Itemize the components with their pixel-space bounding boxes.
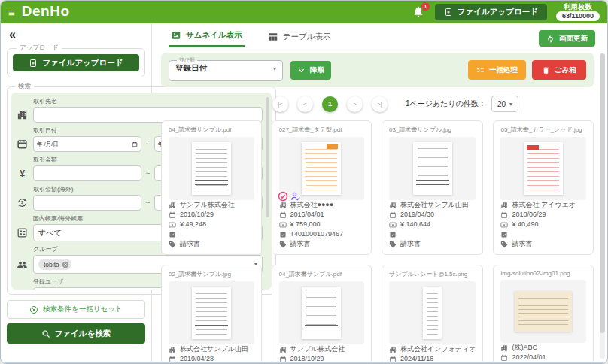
pagination-next-button[interactable]: > (347, 96, 363, 112)
tag-icon (500, 241, 508, 248)
header-file-upload-button[interactable]: ファイルアップロード (435, 4, 547, 20)
card-filename: 04_請求書サンプル.pdf (169, 126, 254, 134)
per-page-select[interactable]: 20 ▾ (491, 96, 518, 112)
banknote-icon (389, 221, 397, 229)
file-upload-icon (29, 59, 38, 68)
sort-descending-button[interactable]: 降順 (290, 61, 331, 80)
main-scrollbar[interactable] (600, 53, 605, 359)
calendar-icon (279, 356, 287, 363)
sort-order-field: 並び順 登録日付 ▾ (169, 56, 283, 81)
card-filename: 04_請求書サンプル.pdf (279, 270, 365, 278)
pagination-first-button[interactable]: |< (272, 96, 288, 112)
building-icon (500, 344, 508, 352)
tab-thumbnail-view[interactable]: サムネイル表示 (169, 31, 245, 47)
denho-app-window: ≡ DenHo 1 ファイルアップロード 利用枚数 63/110000 « アッ… (0, 0, 608, 364)
document-card[interactable]: 05_請求書_カラー_レッド.jpg 株式会社 アイウエオ 2018/06/29… (493, 120, 594, 255)
card-company-row: 株式会社サンプル山田 (169, 344, 254, 354)
refresh-icon (546, 35, 555, 43)
document-preview (515, 291, 572, 332)
chevron-down-icon: ▾ (509, 101, 512, 108)
document-preview (524, 142, 563, 195)
hamburger-menu-icon[interactable]: ≡ (8, 7, 15, 18)
card-amount-row: ¥ 140,644 (389, 220, 476, 229)
tag-icon (279, 241, 287, 248)
batch-process-button[interactable]: 一括処理 (468, 60, 526, 80)
document-preview (192, 142, 231, 195)
group-label: グループ (33, 245, 58, 253)
pagination-page-1-button[interactable]: 1 (322, 96, 338, 112)
pagination-last-button[interactable]: >| (372, 96, 388, 112)
building-icon (169, 346, 176, 353)
document-card[interactable]: サンプルレシート@1.5x.png 株式会社インフォディオ 2024/11/18… (382, 265, 483, 364)
search-files-button[interactable]: ファイルを検索 (7, 323, 145, 344)
card-thumbnail[interactable] (389, 281, 476, 344)
usage-value: 63/110000 (556, 11, 600, 20)
card-company-row: サンプル株式会社 (279, 344, 365, 354)
main-content: サムネイル表示 テーブル表示 画面更新 並び順 登録日付 ▾ (152, 23, 607, 364)
card-thumbnail[interactable] (389, 137, 476, 200)
group-chip[interactable]: tobita (38, 259, 71, 270)
card-filename: img-solution02-img01.png (500, 270, 586, 277)
card-company-row: 株式会社インフォディオ (389, 344, 476, 354)
document-card[interactable]: 04_請求書サンプル.pdf サンプル株式会社 2018/10/29 ¥ 49,… (161, 120, 262, 255)
card-date-row: 2018/10/29 (279, 354, 365, 364)
reset-search-conditions-button[interactable]: 検索条件を一括リセット (7, 300, 145, 319)
reset-circle-x-icon (29, 305, 38, 314)
card-thumbnail[interactable] (500, 280, 586, 343)
tab-table-view[interactable]: テーブル表示 (266, 31, 333, 47)
table-icon (268, 32, 278, 42)
document-card[interactable]: 027_請求書_タテ型.pdf 株式会社●●●● 2016/04/01 ¥ 75… (272, 120, 372, 255)
tag-icon (389, 241, 397, 248)
pagination-prev-button[interactable]: < (297, 96, 313, 112)
card-thumbnail[interactable] (500, 137, 586, 200)
calendar-picker-icon[interactable] (132, 141, 138, 147)
sort-order-select[interactable]: 登録日付 ▾ (175, 63, 276, 74)
card-date-row: 2019/04/30 (389, 210, 476, 220)
app-logo: DenHo (22, 3, 70, 20)
building-icon (389, 346, 397, 353)
document-card[interactable]: img-solution02-img01.png (株)ABC 2022/04/… (493, 265, 594, 364)
card-date-row: 2018/10/29 (169, 210, 254, 220)
trash-button[interactable]: ごみ箱 (532, 60, 586, 80)
sidebar-file-upload-button[interactable]: ファイルアップロード (13, 54, 139, 71)
card-company-row: 株式会社 アイウエオ (500, 200, 586, 210)
card-doctype-row: 請求書 (169, 239, 254, 249)
document-card[interactable]: 04_請求書サンプル.pdf サンプル株式会社 2018/10/29 ¥ 49,… (272, 265, 372, 364)
card-thumbnail[interactable] (169, 137, 254, 200)
tag-icon (169, 241, 176, 248)
document-card[interactable]: 03_請求書サンプル.jpg 株式会社サンプル山田 2019/04/30 ¥ 1… (382, 120, 483, 255)
card-filename: 03_請求書サンプル.jpg (389, 126, 476, 134)
building-icon (500, 202, 508, 209)
document-card[interactable]: 02_請求書サンプル.jpg 株式会社サンプル山田 2019/04/28 ¥ 1… (161, 265, 262, 364)
range-tilde: ～ (144, 168, 151, 178)
range-tilde: ～ (144, 139, 151, 149)
calendar-icon (279, 211, 287, 219)
calendar-icon (389, 356, 397, 363)
screen-refresh-button[interactable]: 画面更新 (539, 30, 595, 47)
upload-section: アップロード ファイルアップロード (7, 44, 145, 77)
amount-overseas-from-input[interactable] (33, 195, 141, 211)
people-icon (17, 259, 28, 270)
sort-toolbar: 並び順 登録日付 ▾ 降順 一括処理 (161, 53, 594, 87)
sidebar: « アップロード ファイルアップロード 検索 取引先名 (1, 23, 152, 364)
card-date-row: 2019/04/28 (169, 354, 254, 364)
card-thumbnail[interactable] (169, 281, 254, 344)
amount-from-input[interactable] (33, 165, 141, 181)
main-scrollbar-thumb[interactable] (600, 53, 605, 333)
date-from-input[interactable]: 年 /月/日 (33, 136, 141, 152)
document-preview (302, 142, 341, 195)
chevron-down-icon: ▾ (273, 65, 276, 72)
building-icon (389, 202, 397, 209)
calendar-icon (500, 211, 508, 219)
checklist-icon (476, 66, 485, 74)
card-regnumber-row (500, 229, 586, 239)
sidebar-collapse-button[interactable]: « (9, 28, 24, 41)
card-thumbnail[interactable] (279, 281, 365, 344)
calendar-icon (17, 138, 28, 150)
chip-remove-icon[interactable] (62, 261, 69, 268)
document-preview (413, 142, 452, 195)
search-icon (41, 329, 50, 338)
notifications-button[interactable]: 1 (412, 5, 426, 19)
card-doctype-row: 請求書 (500, 239, 586, 249)
file-upload-icon (444, 8, 453, 17)
